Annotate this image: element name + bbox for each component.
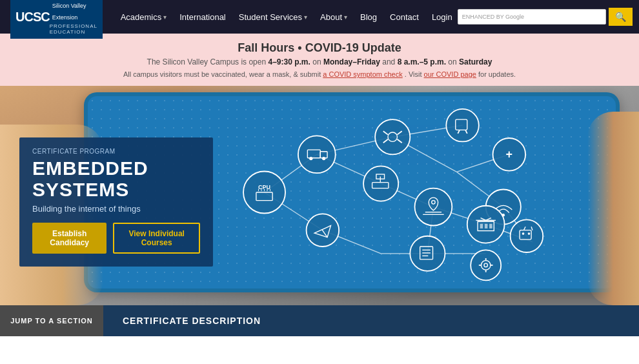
nav-login[interactable]: Login <box>427 10 458 25</box>
logo-line1: Silicon Valley <box>52 3 86 9</box>
alert-title: Fall Hours • COVID-19 Update <box>13 41 626 55</box>
svg-point-60 <box>410 236 445 271</box>
search-input[interactable] <box>528 10 605 24</box>
alert-days1: Monday–Friday <box>323 57 380 66</box>
covid-symptom-link[interactable]: a COVID symptom check <box>323 70 402 78</box>
svg-point-43 <box>363 166 398 201</box>
logo-sub: PROFESSIONAL EDUCATION <box>50 23 97 35</box>
svg-point-69 <box>522 232 525 235</box>
logo-text-block: Silicon Valley Extension PROFESSIONAL ED… <box>50 0 97 35</box>
bottom-bar: JUMP TO A SECTION CERTIFICATE DESCRIPTIO… <box>0 305 639 336</box>
alert-banner: Fall Hours • COVID-19 Update The Silicon… <box>0 34 639 86</box>
search-wrapper: ENHANCED BY Google <box>458 9 606 25</box>
nav-international[interactable]: International <box>174 10 231 25</box>
svg-point-24 <box>298 136 336 173</box>
hero-card: Certificate Program EMBEDDED SYSTEMS Bui… <box>19 137 213 267</box>
hand-right-decoration <box>587 112 639 305</box>
chevron-down-icon: ▾ <box>304 14 307 21</box>
chevron-down-icon: ▾ <box>163 14 167 21</box>
search-label: ENHANCED BY Google <box>458 14 528 20</box>
svg-point-70 <box>528 232 531 235</box>
svg-point-28 <box>322 157 325 160</box>
cert-description-label: CERTIFICATE DESCRIPTION <box>103 305 280 336</box>
logo-line2: Extension <box>52 14 78 21</box>
nav-academics[interactable]: Academics ▾ <box>116 10 172 25</box>
search-button[interactable]: 🔍 <box>609 8 633 26</box>
nav-student-services[interactable]: Student Services ▾ <box>234 10 312 25</box>
alert-note: All campus visitors must be vaccinated, … <box>13 70 626 78</box>
nav-about[interactable]: About ▾ <box>315 10 352 25</box>
hero-section: CPU <box>0 86 639 305</box>
svg-point-27 <box>309 157 312 160</box>
hero-title: EMBEDDED SYSTEMS <box>32 157 200 200</box>
establish-candidacy-button[interactable]: Establish Candidacy <box>32 223 107 254</box>
hero-subtitle: Building the internet of things <box>32 204 200 214</box>
chevron-down-icon: ▾ <box>344 14 347 21</box>
nav-contact[interactable]: Contact <box>385 10 424 25</box>
svg-rect-56 <box>485 224 488 228</box>
jump-to-section[interactable]: JUMP TO A SECTION <box>0 305 103 336</box>
hero-buttons: Establish Candidacy View Individual Cour… <box>32 223 200 254</box>
cert-program-label: Certificate Program <box>32 148 200 155</box>
covid-page-link[interactable]: our COVID page <box>424 70 476 78</box>
logo-ucsc-text: UCSC <box>15 10 50 25</box>
alert-hours2: 8 a.m.–5 p.m. <box>398 57 446 66</box>
svg-point-47 <box>415 188 452 226</box>
main-nav: Academics ▾ International Student Servic… <box>116 10 458 25</box>
site-header: UCSC Silicon Valley Extension PROFESSION… <box>0 0 639 34</box>
view-courses-button[interactable]: View Individual Courses <box>113 223 200 254</box>
svg-point-29 <box>375 119 410 154</box>
nav-blog[interactable]: Blog <box>355 10 382 25</box>
svg-rect-57 <box>489 224 492 228</box>
svg-point-65 <box>511 219 543 252</box>
alert-hours1: 4–9:30 p.m. <box>268 57 310 66</box>
svg-point-35 <box>446 109 479 142</box>
alert-body: The Silicon Valley Campus is open 4–9:30… <box>13 57 626 66</box>
logo-area[interactable]: UCSC Silicon Valley Extension PROFESSION… <box>10 0 103 39</box>
svg-point-71 <box>471 250 501 280</box>
svg-text:+: + <box>506 148 513 161</box>
search-area: ENHANCED BY Google 🔍 <box>458 8 633 26</box>
alert-days2: Saturday <box>459 57 492 66</box>
svg-rect-55 <box>480 224 483 228</box>
logo-box: UCSC Silicon Valley Extension PROFESSION… <box>10 0 103 39</box>
